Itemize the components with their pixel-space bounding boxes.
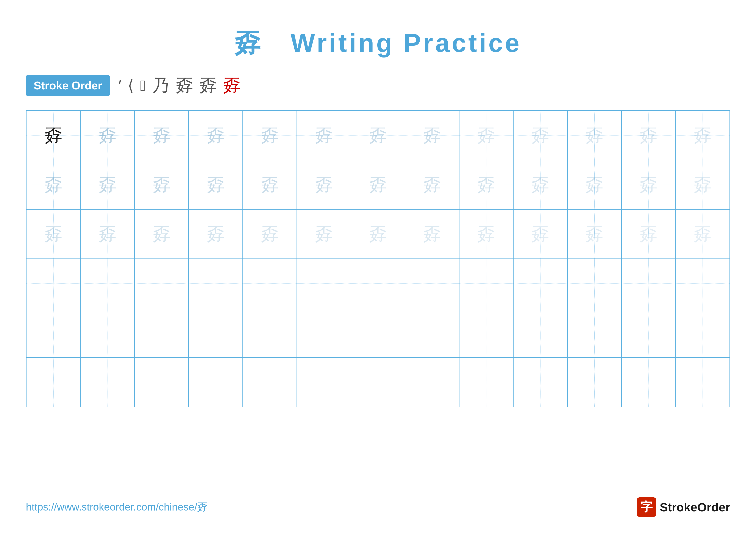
- grid-cell[interactable]: [26, 259, 80, 308]
- grid-cell[interactable]: [405, 308, 459, 357]
- grid-cell[interactable]: [405, 259, 459, 308]
- grid-cell[interactable]: 孬: [459, 111, 513, 160]
- grid-cell[interactable]: 孬: [676, 111, 730, 160]
- practice-char: 孬: [261, 176, 279, 193]
- grid-cell[interactable]: 孬: [405, 209, 459, 259]
- grid-cell[interactable]: 孬: [297, 209, 351, 259]
- grid-cell[interactable]: [26, 308, 80, 357]
- grid-cell[interactable]: 孬: [676, 209, 730, 259]
- grid-cell[interactable]: 孬: [459, 160, 513, 209]
- practice-char: 孬: [640, 176, 657, 193]
- grid-cell[interactable]: 孬: [567, 209, 622, 259]
- stroke-order-badge: Stroke Order: [26, 75, 110, 96]
- grid-cell[interactable]: 孬: [134, 209, 189, 259]
- grid-cell[interactable]: [297, 308, 351, 357]
- grid-cell[interactable]: 孬: [351, 160, 405, 209]
- grid-cell[interactable]: 孬: [26, 209, 80, 259]
- grid-cell[interactable]: [189, 358, 243, 407]
- page: 孬 Writing Practice Stroke Order ′ ⟨ 𠱌 乃 …: [0, 0, 756, 534]
- practice-char: 孬: [531, 126, 549, 144]
- grid-cell[interactable]: 孬: [513, 160, 567, 209]
- grid-cell[interactable]: [80, 308, 134, 357]
- grid-cell[interactable]: [622, 308, 676, 357]
- grid-cell[interactable]: 孬: [80, 209, 134, 259]
- grid-cell[interactable]: [134, 358, 189, 407]
- practice-char: 孬: [153, 225, 171, 243]
- grid-cell[interactable]: 孬: [622, 111, 676, 160]
- grid-cell[interactable]: [351, 358, 405, 407]
- practice-char: 孬: [585, 176, 603, 193]
- grid-cell[interactable]: 孬: [513, 209, 567, 259]
- grid-cell[interactable]: 孬: [134, 160, 189, 209]
- practice-char: 孬: [694, 126, 712, 144]
- grid-cell[interactable]: [513, 308, 567, 357]
- grid-cell[interactable]: [297, 358, 351, 407]
- grid-cell[interactable]: 孬: [189, 209, 243, 259]
- grid-cell[interactable]: [351, 308, 405, 357]
- grid-cell[interactable]: [405, 358, 459, 407]
- grid-cell[interactable]: [676, 308, 730, 357]
- practice-char: 孬: [315, 176, 333, 193]
- grid-cell[interactable]: [243, 358, 297, 407]
- footer-logo: 字 StrokeOrder: [637, 497, 730, 517]
- grid-cell[interactable]: 孬: [405, 111, 459, 160]
- grid-cell[interactable]: 孬: [297, 160, 351, 209]
- grid-cell[interactable]: 孬: [622, 209, 676, 259]
- grid-cell[interactable]: [26, 358, 80, 407]
- grid-cell[interactable]: 孬: [351, 209, 405, 259]
- grid-cell[interactable]: [243, 259, 297, 308]
- stroke-step-4: 乃: [152, 74, 169, 97]
- grid-cell[interactable]: [567, 259, 622, 308]
- stroke-order-section: Stroke Order ′ ⟨ 𠱌 乃 孬 孬 孬: [26, 74, 730, 97]
- footer: https://www.strokeorder.com/chinese/孬 字 …: [26, 497, 730, 517]
- grid-cell[interactable]: [134, 308, 189, 357]
- practice-char: 孬: [423, 176, 441, 193]
- grid-cell[interactable]: [567, 308, 622, 357]
- grid-cell[interactable]: [676, 358, 730, 407]
- grid-cell[interactable]: [567, 358, 622, 407]
- grid-cell[interactable]: 孬: [134, 111, 189, 160]
- grid-cell[interactable]: [189, 308, 243, 357]
- stroke-step-7: 孬: [223, 74, 240, 97]
- grid-cell[interactable]: [134, 259, 189, 308]
- practice-char: 孬: [44, 176, 62, 193]
- grid-cell[interactable]: 孬: [351, 111, 405, 160]
- grid-cell[interactable]: [622, 259, 676, 308]
- grid-cell[interactable]: [297, 259, 351, 308]
- grid-cell[interactable]: [676, 259, 730, 308]
- grid-cell[interactable]: [243, 308, 297, 357]
- grid-cell[interactable]: 孬: [26, 111, 80, 160]
- practice-char: 孬: [44, 126, 62, 144]
- grid-cell[interactable]: [513, 259, 567, 308]
- practice-char: 孬: [99, 225, 116, 243]
- grid-cell[interactable]: [351, 259, 405, 308]
- grid-cell[interactable]: 孬: [189, 111, 243, 160]
- grid-cell[interactable]: 孬: [189, 160, 243, 209]
- grid-cell[interactable]: 孬: [567, 111, 622, 160]
- practice-char: 孬: [531, 225, 549, 243]
- grid-cell[interactable]: [459, 358, 513, 407]
- grid-cell[interactable]: [459, 259, 513, 308]
- grid-cell[interactable]: 孬: [80, 160, 134, 209]
- grid-cell[interactable]: 孬: [513, 111, 567, 160]
- stroke-sequence: ′ ⟨ 𠱌 乃 孬 孬 孬: [119, 74, 240, 97]
- grid-cell[interactable]: 孬: [567, 160, 622, 209]
- grid-cell[interactable]: 孬: [622, 160, 676, 209]
- grid-cell[interactable]: 孬: [80, 111, 134, 160]
- grid-cell[interactable]: 孬: [297, 111, 351, 160]
- grid-cell[interactable]: 孬: [676, 160, 730, 209]
- grid-cell[interactable]: 孬: [26, 160, 80, 209]
- grid-cell[interactable]: [80, 259, 134, 308]
- grid-cell[interactable]: 孬: [459, 209, 513, 259]
- page-title: 孬 Writing Practice: [234, 28, 521, 57]
- grid-cell[interactable]: [189, 259, 243, 308]
- grid-cell[interactable]: [513, 358, 567, 407]
- grid-cell[interactable]: [622, 358, 676, 407]
- grid-cell[interactable]: [459, 308, 513, 357]
- practice-char: 孬: [44, 225, 62, 243]
- grid-cell[interactable]: 孬: [405, 160, 459, 209]
- grid-cell[interactable]: 孬: [243, 111, 297, 160]
- grid-cell[interactable]: 孬: [243, 160, 297, 209]
- grid-cell[interactable]: 孬: [243, 209, 297, 259]
- grid-cell[interactable]: [80, 358, 134, 407]
